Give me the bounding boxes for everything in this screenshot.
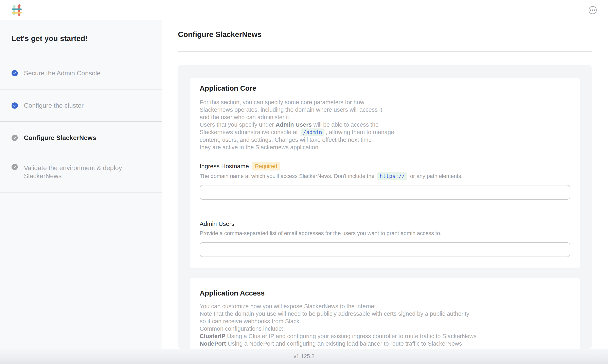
main-content: Configure SlackerNews Application Core F… <box>162 20 608 349</box>
check-circle-icon <box>12 70 18 76</box>
ingress-hostname-input[interactable] <box>200 185 570 200</box>
app-window: Let's get you started! Secure the Admin … <box>0 0 608 364</box>
admin-users-input[interactable] <box>200 242 570 257</box>
ellipsis-dot <box>594 10 595 11</box>
step-label: Secure the Admin Console <box>24 69 100 77</box>
app-footer: v1.125.2 <box>0 349 608 364</box>
setup-steps-sidebar: Let's get you started! Secure the Admin … <box>0 20 162 349</box>
ingress-hostname-help: The domain name at which you'll access S… <box>200 172 570 180</box>
application-core-description: For this section, you can specify some c… <box>200 99 570 151</box>
app-body: Let's get you started! Secure the Admin … <box>0 20 608 349</box>
application-access-heading: Application Access <box>200 289 570 297</box>
slackernews-logo-icon <box>12 4 22 16</box>
top-navbar <box>0 0 608 20</box>
ellipsis-dot <box>592 10 593 11</box>
application-access-card: Application Access You can customize how… <box>190 278 580 349</box>
check-circle-icon <box>12 103 18 109</box>
config-form-panel: Application Core For this section, you c… <box>178 65 592 349</box>
sidebar-step-validate-deploy[interactable]: Validate the environment & deploy Slacke… <box>0 154 162 193</box>
https-code-chip: https:// <box>377 172 407 180</box>
admin-users-help: Provide a comma-separated list of email … <box>200 230 570 237</box>
application-core-card: Application Core For this section, you c… <box>190 78 580 268</box>
ingress-hostname-label: Ingress Hostname <box>200 162 249 170</box>
application-access-description: You can customize how you will expose Sl… <box>200 303 570 349</box>
admin-users-field: Admin Users Provide a comma-separated li… <box>200 220 570 257</box>
title-divider <box>178 51 592 52</box>
check-circle-icon <box>12 164 18 170</box>
version-label: v1.125.2 <box>293 353 315 360</box>
application-core-heading: Application Core <box>200 84 570 92</box>
step-label: Configure SlackerNews <box>24 134 96 142</box>
admin-path-code-chip: /admin <box>301 129 324 136</box>
page-title: Configure SlackerNews <box>178 30 592 39</box>
step-label: Validate the environment & deploy Slacke… <box>24 164 147 180</box>
sidebar-step-configure-slackernews[interactable]: Configure SlackerNews <box>0 122 162 154</box>
step-label: Configure the cluster <box>24 101 83 109</box>
sidebar-heading: Let's get you started! <box>12 34 88 43</box>
ingress-hostname-field: Ingress Hostname Required The domain nam… <box>200 162 570 200</box>
sidebar-step-configure-cluster[interactable]: Configure the cluster <box>0 90 162 122</box>
admin-users-label: Admin Users <box>200 220 235 228</box>
sidebar-step-secure-admin-console[interactable]: Secure the Admin Console <box>0 57 162 90</box>
ellipsis-dot <box>590 10 591 11</box>
check-circle-icon <box>12 135 18 141</box>
sidebar-header: Let's get you started! <box>0 20 162 57</box>
required-badge: Required <box>252 162 280 170</box>
ellipsis-menu-button[interactable] <box>589 6 597 14</box>
